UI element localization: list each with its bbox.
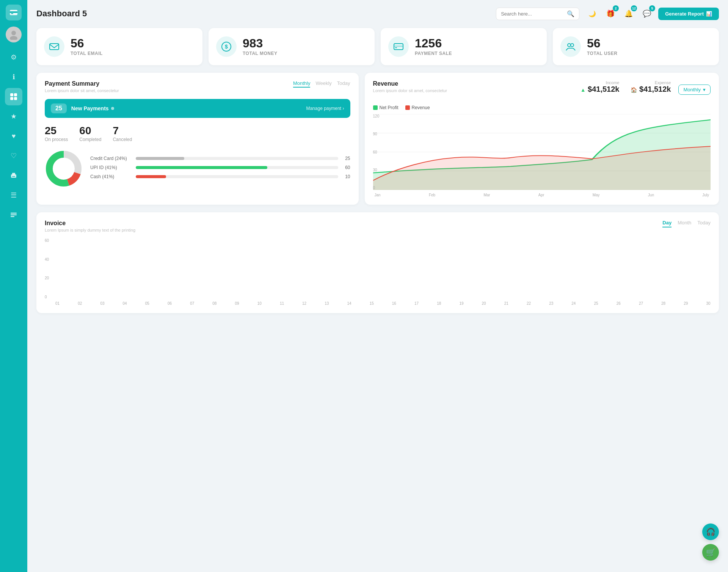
payment-summary-header: Payment Summary Lorem ipsum dolor sit am…: [45, 80, 350, 93]
search-input[interactable]: [501, 11, 564, 17]
payment-icon: [388, 36, 409, 57]
payment-summary-title: Payment Summary: [45, 80, 119, 87]
stat-card-payment: 1256 PAYMENT SALE: [381, 28, 547, 65]
svg-rect-19: [394, 45, 403, 47]
credit-card-val: 25: [342, 156, 350, 161]
email-icon: [44, 36, 64, 57]
svg-rect-8: [14, 97, 17, 100]
float-buttons: 🎧 🛒: [702, 523, 719, 561]
legend-revenue: Revenue: [405, 105, 430, 110]
svg-point-21: [568, 44, 571, 47]
invoice-title-group: Invoice Lorem Ipsum is simply dummy text…: [45, 220, 135, 232]
chevron-down-icon: ▾: [703, 87, 706, 92]
chat-badge: 5: [649, 5, 655, 11]
stat-user-info: 56 TOTAL USER: [587, 37, 617, 56]
cash-label: Cash (41%): [90, 174, 132, 179]
sidebar-item-dashboard[interactable]: [5, 88, 22, 105]
bell-badge: 12: [631, 5, 637, 11]
revenue-title: Revenue: [373, 80, 447, 87]
revenue-monthly-dropdown[interactable]: Monthly ▾: [678, 85, 711, 95]
svg-rect-6: [14, 93, 17, 96]
payment-summary-title-group: Payment Summary Lorem ipsum dolor sit am…: [45, 80, 119, 93]
sidebar-item-info[interactable]: ℹ: [5, 68, 22, 86]
revenue-chart: 120 90 60 30 0 Jan Feb Mar Apr May Jun J…: [373, 114, 711, 197]
svg-text:$: $: [225, 44, 228, 50]
tab-monthly[interactable]: Monthly: [293, 80, 311, 88]
sidebar-item-settings[interactable]: ⚙: [5, 49, 22, 66]
income-val: ▲ $41,512k: [581, 85, 620, 94]
sidebar-logo[interactable]: [6, 5, 22, 20]
svg-point-3: [11, 31, 16, 35]
sidebar: ⚙ ℹ ★ ♥ ♡ ☰: [0, 0, 27, 572]
revenue-panel: Revenue Lorem ipsum dolor sit amet, cons…: [365, 73, 719, 205]
invoice-sub: Lorem Ipsum is simply dummy text of the …: [45, 228, 135, 232]
revenue-sub: Lorem ipsum dolor sit amet, consectetur: [373, 88, 447, 93]
svg-point-22: [571, 44, 574, 47]
search-icon[interactable]: 🔍: [567, 10, 574, 17]
chart-icon: 📊: [706, 11, 712, 17]
cart-button[interactable]: 🛒: [702, 544, 719, 561]
revenue-x-labels: Jan Feb Mar Apr May Jun July: [373, 193, 711, 197]
sidebar-item-menu[interactable]: ☰: [5, 186, 22, 204]
bar-grid: [55, 238, 711, 299]
stat-money-num: 983: [243, 37, 278, 49]
upi-label: UPI ID (41%): [90, 165, 132, 170]
stat-canceled: 7 Canceled: [113, 125, 132, 142]
revenue-dot: [405, 105, 410, 110]
svg-rect-11: [12, 176, 15, 177]
progress-credit-card: Credit Card (24%) 25: [90, 156, 350, 161]
donut-chart: [45, 150, 83, 189]
chat-icon-btn[interactable]: 💬 5: [640, 7, 654, 20]
svg-rect-2: [11, 13, 13, 14]
progress-upi: UPI ID (41%) 60: [90, 165, 350, 170]
stat-email-num: 56: [71, 37, 103, 49]
legend-net-profit: Net Profit: [373, 105, 399, 110]
progress-section: Credit Card (24%) 25 UPI ID (41%) 60: [90, 156, 350, 183]
credit-card-bar-bg: [136, 157, 338, 160]
gift-icon-btn[interactable]: 🎁 2: [604, 7, 617, 20]
invoice-bar-chart: 0102030405060708091011121314151617181920…: [55, 238, 711, 306]
stat-card-email: 56 TOTAL EMAIL: [36, 28, 202, 65]
credit-card-bar: [136, 157, 184, 160]
upi-bar: [136, 166, 267, 169]
stat-completed: 60 Completed: [79, 125, 101, 142]
sidebar-item-heart2[interactable]: ♡: [5, 147, 22, 165]
sidebar-item-star[interactable]: ★: [5, 108, 22, 125]
svg-rect-13: [11, 215, 17, 216]
tab-weekly[interactable]: Weekly: [315, 80, 331, 88]
bell-icon-btn[interactable]: 🔔 12: [622, 7, 635, 20]
dark-mode-toggle[interactable]: 🌙: [585, 7, 599, 20]
generate-report-button[interactable]: Generate Report 📊: [658, 8, 719, 20]
sidebar-item-print[interactable]: [5, 167, 22, 184]
money-icon: $: [216, 36, 237, 57]
stat-cards: 56 TOTAL EMAIL $ 983 TOTAL MONEY: [36, 28, 719, 65]
avatar[interactable]: [6, 27, 22, 42]
sidebar-item-heart[interactable]: ♥: [5, 127, 22, 145]
tab-today[interactable]: Today: [337, 80, 350, 88]
user-icon: [560, 36, 581, 57]
bar-xaxis: 0102030405060708091011121314151617181920…: [55, 301, 711, 306]
expense-val: 🏠 $41,512k: [631, 85, 671, 94]
invoice-tab-group: Day Month Today: [662, 220, 711, 227]
inv-tab-day[interactable]: Day: [662, 220, 672, 227]
stat-user-num: 56: [587, 37, 617, 49]
sidebar-item-list[interactable]: [5, 206, 22, 224]
manage-payment-link[interactable]: Manage payment ›: [306, 106, 344, 111]
upi-val: 60: [342, 165, 350, 170]
search-box[interactable]: 🔍: [496, 8, 579, 20]
revenue-legend: Net Profit Revenue: [373, 105, 711, 110]
main-content: Dashboard 5 🔍 🌙 🎁 2 🔔 12 💬 5 Generate Re…: [27, 0, 728, 572]
gift-badge: 2: [613, 5, 619, 11]
progress-cash: Cash (41%) 10: [90, 174, 350, 179]
headset-button[interactable]: 🎧: [702, 523, 719, 540]
revenue-income-row: Income ▲ $41,512k Expense 🏠 $41,512k: [581, 80, 671, 94]
invoice-title: Invoice: [45, 220, 135, 227]
payment-summary-sub: Lorem ipsum dolor sit amet, consectetur: [45, 88, 119, 93]
mid-row: Payment Summary Lorem ipsum dolor sit am…: [36, 73, 719, 205]
inv-tab-month[interactable]: Month: [678, 220, 691, 227]
page-title: Dashboard 5: [36, 9, 496, 19]
income-item: Income ▲ $41,512k: [581, 80, 620, 94]
svg-rect-1: [10, 11, 17, 13]
stat-on-process: 25 On process: [45, 125, 68, 142]
inv-tab-today[interactable]: Today: [697, 220, 711, 227]
